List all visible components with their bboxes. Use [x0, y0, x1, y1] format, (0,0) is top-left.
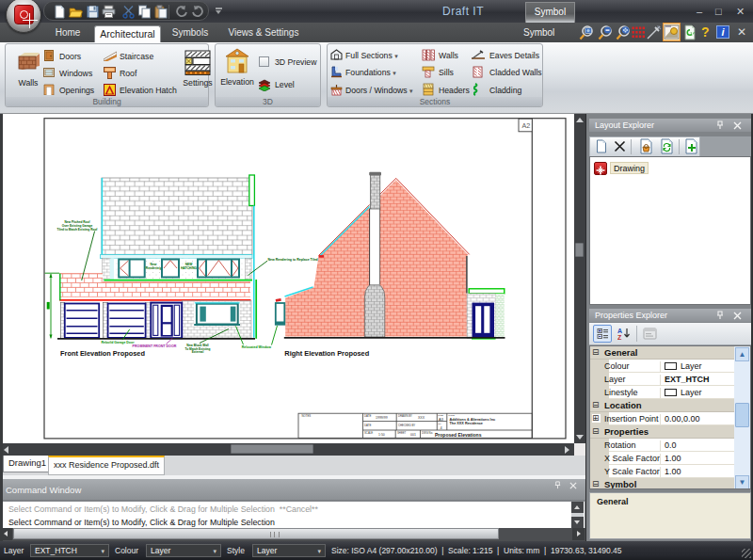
svg-text:The XXX Residence: The XXX Residence [450, 422, 483, 425]
svg-text:XXX: XXX [418, 416, 425, 420]
svg-text:Proposed Elevations: Proposed Elevations [435, 432, 482, 438]
svg-text:SHEET: SHEET [397, 431, 407, 435]
svg-text:External: External [192, 350, 204, 354]
svg-text:DATE: DATE [364, 424, 371, 427]
svg-text:Rendering: Rendering [146, 266, 161, 270]
svg-text:PROMINENT FRONT DOOR: PROMINENT FRONT DOOR [133, 344, 177, 348]
svg-text:A3: A3 [439, 417, 444, 422]
svg-text:Right Elevation Proposed: Right Elevation Proposed [284, 349, 369, 358]
svg-text:Relocated Window: Relocated Window [242, 345, 271, 349]
svg-text:Z: Z [617, 334, 622, 341]
svg-text:DATE: DATE [364, 414, 371, 418]
svg-text:HATCHING: HATCHING [181, 266, 198, 270]
svg-text:A: A [617, 328, 622, 334]
svg-text:Front Elevation Proposed: Front Elevation Proposed [60, 349, 145, 358]
svg-text:New Rendering to Replace Tiled: New Rendering to Replace Tiled Wall [268, 258, 326, 262]
svg-text:SCALE: SCALE [364, 431, 373, 435]
svg-text:A2: A2 [522, 121, 531, 130]
svg-text:CHECKED BY: CHECKED BY [398, 424, 415, 427]
svg-text:Tiled to Match Existing Roof: Tiled to Match Existing Roof [57, 228, 99, 232]
svg-text:NOTES: NOTES [302, 414, 312, 418]
svg-text:1:50: 1:50 [378, 433, 385, 437]
svg-text:1999/99: 1999/99 [376, 416, 388, 420]
svg-text:Rebuild Garage Door: Rebuild Garage Door [102, 341, 136, 344]
svg-text:DWG No.: DWG No. [422, 431, 433, 435]
svg-text:DRAWN BY: DRAWN BY [398, 414, 412, 418]
svg-text:001: 001 [410, 433, 416, 437]
